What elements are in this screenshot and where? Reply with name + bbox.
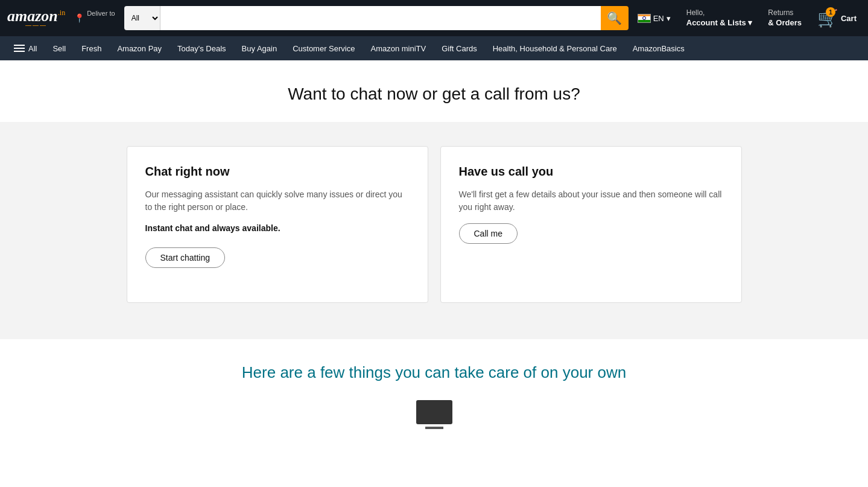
amazon-logo[interactable]: amazon.in ――― (7, 8, 65, 28)
nav-item-sell[interactable]: Sell (46, 40, 72, 57)
cart-block[interactable]: 🛒 1 Cart (813, 5, 861, 31)
language-dropdown-arrow: ▾ (667, 14, 671, 23)
nav-item-minitv[interactable]: Amazon miniTV (364, 40, 432, 57)
account-name (707, 8, 721, 17)
nav-item-health[interactable]: Health, Household & Personal Care (486, 40, 624, 57)
page-title: Want to chat now or get a call from us? (12, 84, 856, 104)
chat-card-title: Chat right now (145, 165, 410, 179)
returns-line1: Returns (768, 8, 802, 18)
call-card: Have us call you We'll first get a few d… (440, 146, 742, 303)
chat-card: Chat right now Our messaging assistant c… (127, 146, 428, 303)
search-category-select[interactable]: All (124, 6, 160, 30)
search-bar: All 🔍 (124, 6, 629, 30)
account-hello: Hello, (686, 8, 753, 18)
cards-section: Chat right now Our messaging assistant c… (0, 122, 868, 339)
returns-block[interactable]: Returns & Orders (764, 5, 806, 32)
device-icon-wrap (12, 400, 856, 424)
account-block[interactable]: Hello, Account & Lists ▾ (682, 5, 757, 32)
search-button[interactable]: 🔍 (601, 6, 629, 30)
search-input[interactable] (160, 6, 601, 30)
nav-item-amazonbasics[interactable]: AmazonBasics (626, 40, 691, 57)
page-title-section: Want to chat now or get a call from us? (0, 60, 868, 122)
returns-line2: & Orders (768, 18, 802, 28)
main-content: Want to chat now or get a call from us? … (0, 60, 868, 448)
nav-all-label: All (28, 44, 37, 53)
nav-item-todays-deals[interactable]: Today's Deals (171, 40, 233, 57)
cart-count: 1 (826, 7, 835, 17)
nav-item-buy-again[interactable]: Buy Again (235, 40, 284, 57)
cart-icon: 🛒 1 (817, 8, 838, 28)
call-card-title: Have us call you (459, 165, 723, 179)
hamburger-icon (14, 45, 25, 52)
device-icon (416, 400, 452, 424)
india-flag-icon (638, 14, 651, 23)
nav-item-amazon-pay[interactable]: Amazon Pay (110, 40, 168, 57)
language-code: EN (653, 14, 664, 23)
deliver-to[interactable]: 📍 Deliver to (70, 7, 119, 30)
location-icon: 📍 (74, 13, 84, 23)
language-selector[interactable]: EN ▾ (633, 11, 675, 26)
nav-all-button[interactable]: All (7, 40, 43, 57)
chat-card-highlight: Instant chat and always available. (145, 223, 410, 233)
deliver-to-location (87, 18, 115, 27)
chat-card-description: Our messaging assistant can quickly solv… (145, 188, 410, 214)
self-service-title: Here are a few things you can take care … (12, 363, 856, 382)
deliver-to-label: Deliver to (87, 10, 115, 18)
header-actions: EN ▾ Hello, Account & Lists ▾ Returns & … (633, 5, 861, 32)
search-icon: 🔍 (607, 11, 622, 25)
start-chatting-button[interactable]: Start chatting (145, 247, 226, 268)
nav-item-gift-cards[interactable]: Gift Cards (435, 40, 484, 57)
self-service-section: Here are a few things you can take care … (0, 339, 868, 448)
call-me-button[interactable]: Call me (459, 223, 518, 244)
header: amazon.in ――― 📍 Deliver to All 🔍 (0, 0, 868, 36)
navbar: All Sell Fresh Amazon Pay Today's Deals … (0, 36, 868, 60)
nav-item-customer-service[interactable]: Customer Service (286, 40, 361, 57)
cart-label: Cart (841, 14, 857, 23)
nav-item-fresh[interactable]: Fresh (75, 40, 108, 57)
account-action: Account & Lists ▾ (686, 18, 753, 28)
call-card-description: We'll first get a few details about your… (459, 188, 723, 214)
